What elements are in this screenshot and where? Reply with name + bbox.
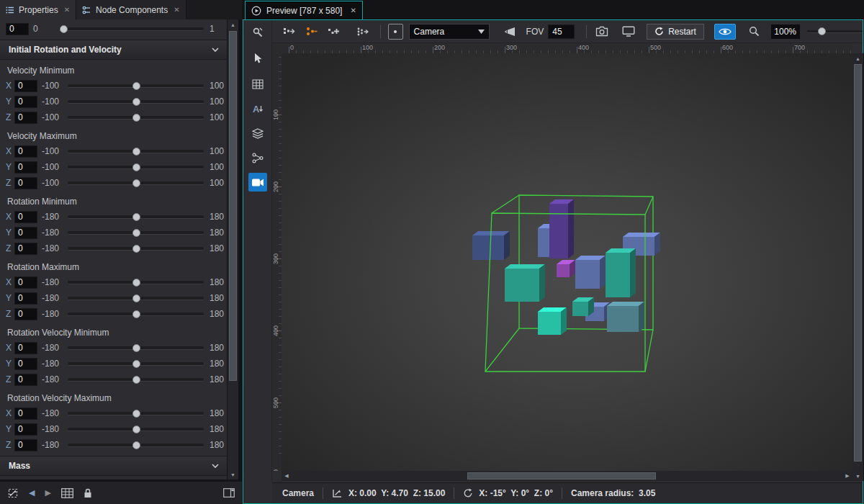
value-slider[interactable] [68,80,204,92]
lock-icon[interactable] [84,488,92,498]
value-slider[interactable] [68,227,204,239]
add-emitter-icon[interactable] [325,24,342,40]
slider-thumb[interactable] [132,294,140,302]
slider-thumb[interactable] [132,360,140,368]
pick-tool-icon[interactable] [248,23,267,42]
frame-selection-icon[interactable] [388,24,403,40]
scroll-left-icon[interactable]: ◀ [282,471,292,481]
slider-thumb[interactable] [132,98,140,106]
horizontal-scrollbar[interactable]: ◀ ▶ [282,471,852,481]
group-header-mass[interactable]: Mass [0,456,227,476]
step-back-icon[interactable]: ◀ [29,488,35,498]
value-slider[interactable] [68,308,204,320]
value-input[interactable]: 0 [14,342,37,354]
emitter-active-icon[interactable] [304,24,320,40]
value-slider[interactable] [68,243,204,255]
slider-thumb[interactable] [132,426,140,433]
slider-thumb[interactable] [132,179,140,187]
preview-viewport[interactable] [282,53,852,471]
value-input[interactable]: 0 [14,423,37,436]
spray-tool-icon[interactable] [355,24,372,40]
emit-particles-icon[interactable] [282,24,298,40]
group-header-initial-rotation-velocity[interactable]: Initial Rotation and Velocity [0,40,227,60]
grid-view-icon[interactable] [248,75,267,94]
play-icon[interactable]: ▶ [45,488,50,498]
scroll-up-icon[interactable]: ▲ [852,53,863,63]
value-slider[interactable] [68,358,204,370]
node-graph-icon[interactable] [248,148,267,167]
value-input[interactable]: 0 [14,243,37,255]
value-slider[interactable] [59,23,204,35]
scroll-up-icon[interactable]: ▲ [228,19,238,30]
zoom-slider[interactable] [807,25,863,37]
value-slider[interactable] [68,276,204,289]
value-slider[interactable] [68,292,204,305]
slider-thumb[interactable] [60,25,68,33]
value-slider[interactable] [68,145,204,158]
display-icon[interactable] [620,24,636,40]
zoom-value[interactable]: 100% [771,24,800,39]
slider-thumb[interactable] [132,245,140,253]
value-input[interactable]: 0 [14,80,37,92]
value-slider[interactable] [68,374,204,386]
vertical-scrollbar[interactable]: ▲ ▼ [852,53,863,481]
scrollbar-thumb[interactable] [854,64,862,462]
close-icon[interactable]: ✕ [174,6,179,14]
value-input[interactable]: 0 [14,177,37,189]
visibility-toggle[interactable] [714,24,736,40]
value-input[interactable]: 0 [14,161,37,174]
scrollbar-thumb[interactable] [229,31,237,381]
value-input[interactable]: 0 [14,308,37,320]
scroll-down-icon[interactable]: ▼ [852,471,863,481]
screenshot-icon[interactable] [594,24,611,40]
zoom-icon[interactable] [746,24,762,40]
slider-thumb[interactable] [132,82,140,90]
slider-thumb[interactable] [132,376,140,384]
value-input[interactable]: 0 [14,374,37,386]
value-input[interactable]: 0 [14,112,37,124]
tab-preview[interactable]: Preview [787 x 580] ✕ [245,1,363,19]
scroll-down-icon[interactable]: ▼ [228,469,238,480]
value-input[interactable]: 0 [6,23,29,35]
value-slider[interactable] [68,211,204,223]
value-slider[interactable] [68,112,204,124]
fov-icon[interactable] [503,24,519,40]
text-tool-icon[interactable]: A [248,99,267,118]
slider-thumb[interactable] [132,229,140,237]
value-slider[interactable] [68,161,204,174]
camera-select[interactable]: Camera [409,24,490,40]
layers-icon[interactable] [248,124,267,143]
value-input[interactable]: 0 [14,408,37,420]
fov-input[interactable]: 45 [548,24,575,39]
scrollbar-thumb[interactable] [467,472,656,480]
slider-thumb[interactable] [132,148,140,156]
slider-thumb[interactable] [132,114,140,122]
dope-sheet-icon[interactable] [61,488,73,498]
close-icon[interactable]: ✕ [350,6,356,14]
slider-thumb[interactable] [132,310,140,318]
select-tool-icon[interactable] [248,49,267,68]
slider-thumb[interactable] [132,441,140,449]
value-input[interactable]: 0 [14,145,37,158]
value-input[interactable]: 0 [14,358,37,370]
value-input[interactable]: 0 [14,292,37,305]
slider-thumb[interactable] [132,344,140,352]
transform-mode-icon[interactable] [7,487,19,499]
value-slider[interactable] [68,439,204,451]
value-input[interactable]: 0 [14,96,37,108]
close-icon[interactable]: ✕ [64,6,70,14]
tab-properties[interactable]: Properties ✕ [0,0,76,19]
value-slider[interactable] [68,423,204,436]
value-slider[interactable] [68,177,204,189]
slider-thumb[interactable] [132,279,140,287]
slider-thumb[interactable] [132,410,140,418]
restart-button[interactable]: Restart [647,24,704,40]
slider-thumb[interactable] [132,213,140,221]
properties-scrollbar[interactable]: ▲ ▼ [228,19,238,480]
slider-thumb[interactable] [132,163,140,171]
scroll-right-icon[interactable]: ▶ [842,471,852,481]
value-input[interactable]: 0 [14,227,37,239]
dock-panel-icon[interactable] [223,488,235,498]
value-input[interactable]: 0 [14,276,37,289]
value-input[interactable]: 0 [14,439,37,451]
